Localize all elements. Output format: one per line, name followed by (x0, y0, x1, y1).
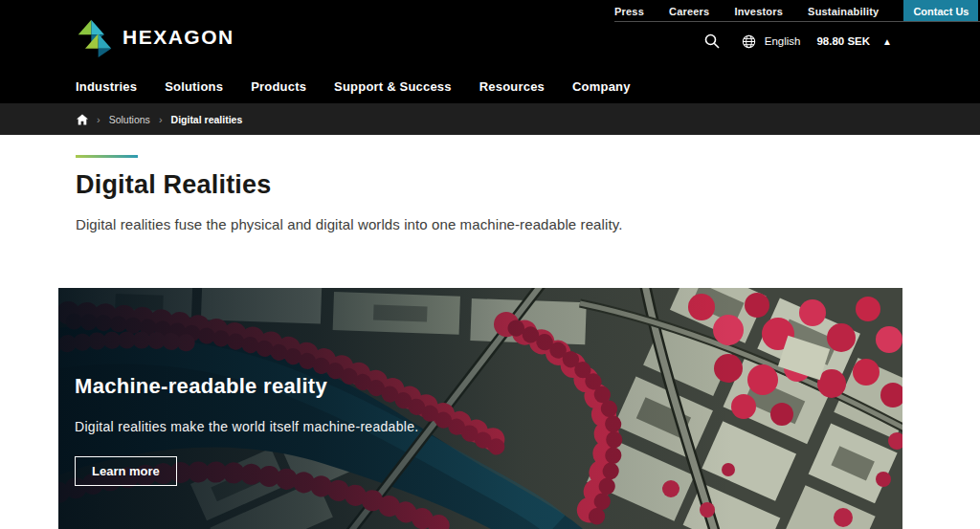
accent-line (76, 155, 138, 158)
page-content: Digital Realities Digital realities fuse… (0, 155, 980, 232)
utility-link-press[interactable]: Press (614, 6, 644, 17)
header-tools: English 98.80 SEK ▲ (704, 33, 892, 49)
hero-aerial-image (58, 288, 902, 529)
breadcrumb-current: Digital realities (171, 114, 243, 125)
nav-support-success[interactable]: Support & Success (334, 79, 452, 94)
site-header: Press Careers Investors Sustainability C… (0, 0, 980, 103)
hexagon-logo[interactable]: HEXAGON (76, 14, 234, 60)
stock-price[interactable]: 98.80 SEK (816, 35, 870, 47)
nav-solutions[interactable]: Solutions (165, 79, 223, 94)
nav-industries[interactable]: Industries (76, 79, 137, 94)
utility-nav: Press Careers Investors Sustainability C… (614, 0, 978, 22)
chevron-right-icon: › (97, 114, 100, 125)
hero-subtitle: Digital realities make the world itself … (75, 419, 418, 434)
main-nav: Industries Solutions Products Support & … (76, 79, 631, 94)
globe-icon[interactable] (742, 34, 756, 49)
utility-link-careers[interactable]: Careers (669, 6, 709, 17)
hero-title: Machine-readable reality (75, 374, 327, 399)
breadcrumb-solutions[interactable]: Solutions (109, 114, 150, 125)
chevron-right-icon: › (159, 114, 163, 125)
home-icon[interactable] (77, 114, 88, 125)
breadcrumb: › Solutions › Digital realities (0, 103, 980, 135)
page-title: Digital Realities (76, 170, 980, 200)
hexagon-logo-icon (76, 14, 114, 60)
utility-link-sustainability[interactable]: Sustainability (808, 6, 879, 17)
utility-link-investors[interactable]: Investors (734, 6, 783, 17)
page-intro: Digital realities fuse the physical and … (76, 216, 980, 232)
contact-us-button[interactable]: Contact Us (903, 0, 978, 22)
utility-divider (614, 21, 980, 22)
nav-resources[interactable]: Resources (479, 79, 545, 94)
brand-name: HEXAGON (122, 26, 234, 49)
hero-banner: Machine-readable reality Digital realiti… (58, 288, 902, 529)
nav-company[interactable]: Company (572, 79, 631, 94)
language-selector[interactable]: English (765, 35, 801, 47)
learn-more-button[interactable]: Learn more (75, 456, 177, 486)
nav-products[interactable]: Products (251, 79, 306, 94)
stock-up-icon: ▲ (882, 36, 892, 47)
search-icon[interactable] (704, 33, 720, 49)
